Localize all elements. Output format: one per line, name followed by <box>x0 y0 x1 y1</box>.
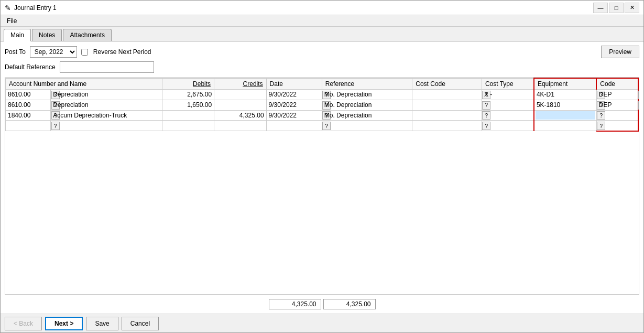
acct-num-input-4[interactable] <box>7 121 49 130</box>
default-reference-input[interactable] <box>60 61 154 73</box>
debits-input-3[interactable] <box>163 111 213 120</box>
debits-input-1[interactable] <box>163 90 213 99</box>
save-button[interactable]: Save <box>86 317 118 330</box>
reference-input-1[interactable] <box>323 90 411 99</box>
title-bar-left: ✎ Journal Entry 1 <box>5 4 57 12</box>
code-input-1[interactable] <box>598 90 637 99</box>
debits-input-2[interactable] <box>163 101 213 109</box>
credits-input-2[interactable] <box>215 101 265 109</box>
equipment-input-3[interactable] <box>536 111 595 120</box>
cost-code-input-3[interactable] <box>413 111 481 120</box>
title-bar-buttons: — □ ✕ <box>593 3 639 13</box>
post-to-row: Post To Sep, 2022 Reverse Next Period Pr… <box>5 46 639 58</box>
minimize-button[interactable]: — <box>593 3 608 13</box>
credits-input-1[interactable] <box>215 90 265 99</box>
credits-input-3[interactable] <box>215 111 265 120</box>
cancel-button[interactable]: Cancel <box>122 317 159 330</box>
table-row: ? ? <box>6 90 639 100</box>
content-area: Post To Sep, 2022 Reverse Next Period Pr… <box>1 41 643 314</box>
post-to-label: Post To <box>5 48 26 56</box>
code-input-4[interactable] <box>598 122 637 130</box>
tab-notes[interactable]: Notes <box>32 29 62 41</box>
cost-type-input-4[interactable] <box>483 122 532 130</box>
table-row: ? ? <box>6 121 639 131</box>
cost-code-input-1[interactable] <box>413 90 481 99</box>
equipment-input-4[interactable] <box>536 121 595 130</box>
equipment-input-2[interactable] <box>536 101 595 109</box>
footer-bar: < Back Next > Save Cancel <box>1 314 643 332</box>
acct-name-input-2[interactable] <box>52 101 160 109</box>
reverse-next-period-label: Reverse Next Period <box>93 48 151 56</box>
code-input-3[interactable] <box>598 111 637 120</box>
date-input-4[interactable] <box>268 121 321 130</box>
debits-input-4[interactable] <box>163 122 213 130</box>
post-to-select[interactable]: Sep, 2022 <box>30 46 77 58</box>
equipment-input-1[interactable] <box>536 90 595 99</box>
window-title: Journal Entry 1 <box>14 4 57 12</box>
default-reference-row: Default Reference <box>5 61 639 73</box>
reverse-next-period-checkbox[interactable] <box>81 49 88 56</box>
acct-num-input-1[interactable] <box>7 90 49 99</box>
th-account: Account Number and Name <box>6 78 162 90</box>
tabs-bar: Main Notes Attachments <box>1 27 643 41</box>
default-reference-label: Default Reference <box>5 63 56 71</box>
journal-table-container: Account Number and Name Debits Credits D… <box>5 77 639 295</box>
th-cost-code: Cost Code <box>412 78 482 90</box>
reference-input-3[interactable] <box>323 111 411 120</box>
acct-num-input-3[interactable] <box>7 111 49 120</box>
cost-type-input-2[interactable] <box>483 101 532 109</box>
th-cost-type: Cost Type <box>482 78 534 90</box>
date-input-3[interactable] <box>268 111 321 120</box>
th-debits: Debits <box>162 78 214 90</box>
credit-total-field <box>323 299 376 309</box>
th-reference: Reference <box>322 78 412 90</box>
acct-name-input-1[interactable] <box>52 90 160 99</box>
menu-bar: File <box>1 15 643 27</box>
title-bar: ✎ Journal Entry 1 — □ ✕ <box>1 1 643 15</box>
code-q-btn-1[interactable]: ? <box>638 91 639 99</box>
th-code: Code <box>596 78 638 90</box>
cost-type-input-3[interactable] <box>483 111 532 120</box>
main-window: ✎ Journal Entry 1 — □ ✕ File Main Notes … <box>0 0 644 333</box>
code-input-2[interactable] <box>598 101 637 109</box>
preview-button[interactable]: Preview <box>601 46 639 58</box>
window-icon: ✎ <box>5 4 11 12</box>
close-button[interactable]: ✕ <box>625 3 639 13</box>
acct-name-input-4[interactable] <box>52 122 160 130</box>
th-credits: Credits <box>214 78 267 90</box>
reference-input-2[interactable] <box>323 101 411 109</box>
acct-num-input-2[interactable] <box>7 101 49 109</box>
maximize-button[interactable]: □ <box>609 3 624 13</box>
th-equipment: Equipment <box>534 78 596 90</box>
date-input-2[interactable] <box>268 101 321 109</box>
menu-file[interactable]: File <box>3 16 21 26</box>
totals-row <box>5 299 639 309</box>
cost-type-input-1[interactable] <box>483 90 532 99</box>
next-button[interactable]: Next > <box>45 317 83 330</box>
reference-input-4[interactable] <box>323 122 411 130</box>
cost-code-input-2[interactable] <box>413 101 481 109</box>
journal-table: Account Number and Name Debits Credits D… <box>5 78 639 132</box>
back-button[interactable]: < Back <box>5 317 42 330</box>
cost-code-input-4[interactable] <box>413 121 481 130</box>
date-input-1[interactable] <box>268 90 321 99</box>
acct-name-input-3[interactable] <box>52 111 160 120</box>
table-row: ? ? <box>6 110 639 121</box>
credits-input-4[interactable] <box>215 122 265 130</box>
debit-total-field <box>269 299 321 309</box>
table-row: ? ? <box>6 100 639 110</box>
tab-main[interactable]: Main <box>4 29 31 41</box>
code-q-btn-2[interactable]: ? <box>638 101 639 110</box>
th-date: Date <box>266 78 322 90</box>
tab-attachments[interactable]: Attachments <box>63 29 112 41</box>
